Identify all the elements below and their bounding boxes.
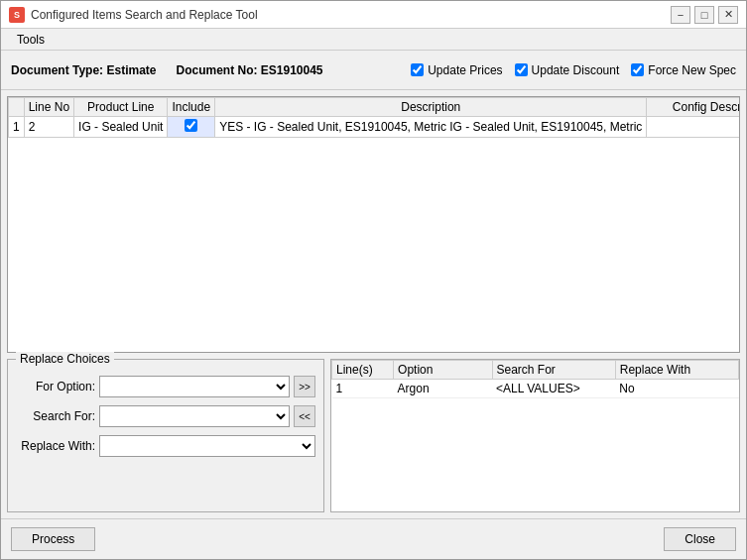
row-number: 1 — [9, 117, 25, 138]
replace-table-row[interactable]: 1Argon<ALL VALUES>No — [332, 380, 739, 398]
header-checkboxes: Update Prices Update Discount Force New … — [411, 63, 736, 77]
replace-table-body: 1Argon<ALL VALUES>No — [332, 380, 739, 398]
table-header-row: Line No Product Line Include Description… — [9, 98, 741, 117]
menu-bar: Tools — [1, 29, 746, 51]
title-bar-left: S Configured Items Search and Replace To… — [9, 7, 258, 23]
cell-include[interactable] — [168, 117, 215, 138]
include-checkbox[interactable] — [185, 119, 197, 132]
force-new-spec-checkbox[interactable] — [631, 63, 644, 76]
update-discount-item: Update Discount — [515, 63, 620, 77]
force-new-spec-label: Force New Spec — [648, 63, 736, 77]
cell-line-no: 2 — [24, 117, 73, 138]
doc-info: Document Type: Estimate Document No: ES1… — [11, 63, 401, 77]
col-configdesc: Config Description — [647, 98, 740, 117]
for-option-select[interactable] — [99, 376, 290, 397]
replace-choices-title: Replace Choices — [16, 352, 114, 366]
replace-col-search: Search For — [492, 361, 615, 380]
replace-with-label: Replace With: — [16, 439, 95, 453]
replace-choices-panel: Replace Choices For Option: >> Search Fo… — [7, 359, 324, 512]
close-button-footer[interactable]: Close — [664, 527, 736, 551]
close-button[interactable]: ✕ — [718, 6, 738, 24]
update-prices-label: Update Prices — [428, 63, 502, 77]
process-button[interactable]: Process — [11, 527, 95, 551]
col-productline: Product Line — [74, 98, 168, 117]
cell-search-for: <ALL VALUES> — [492, 380, 615, 398]
for-option-label: For Option: — [16, 380, 95, 393]
maximize-button[interactable]: □ — [694, 6, 714, 24]
search-for-select[interactable] — [99, 405, 290, 427]
replace-col-lines: Line(s) — [332, 361, 394, 380]
search-for-row: Search For: << — [16, 405, 315, 427]
replace-col-replace: Replace With — [615, 361, 738, 380]
col-lineno: Line No — [24, 98, 73, 117]
main-table-section: Line No Product Line Include Description… — [7, 96, 740, 353]
footer-bar: Process Close — [1, 518, 746, 559]
minimize-button[interactable]: − — [671, 6, 690, 24]
add-rule-button[interactable]: >> — [294, 376, 315, 397]
update-prices-item: Update Prices — [411, 63, 502, 77]
menu-tools[interactable]: Tools — [9, 31, 53, 49]
cell-lines: 1 — [332, 380, 394, 398]
replace-table-section: Line(s) Option Search For Replace With 1… — [330, 359, 740, 512]
header-bar: Document Type: Estimate Document No: ES1… — [1, 51, 746, 90]
for-option-row: For Option: >> — [16, 376, 315, 397]
update-prices-checkbox[interactable] — [411, 63, 424, 76]
update-discount-checkbox[interactable] — [515, 63, 528, 76]
col-rownum — [9, 98, 25, 117]
app-icon: S — [9, 7, 25, 23]
doc-type-label: Document Type: Estimate — [11, 63, 156, 77]
update-discount-label: Update Discount — [532, 63, 620, 77]
doc-no-label: Document No: ES1910045 — [176, 63, 322, 77]
col-description: Description — [215, 98, 647, 117]
replace-col-option: Option — [394, 361, 492, 380]
cell-replace-with: No — [615, 380, 738, 398]
cell-product-line: IG - Sealed Unit — [74, 117, 168, 138]
replace-with-select[interactable] — [99, 435, 315, 457]
search-for-label: Search For: — [16, 409, 95, 423]
bottom-section: Replace Choices For Option: >> Search Fo… — [7, 359, 740, 512]
window-title: Configured Items Search and Replace Tool — [31, 8, 258, 22]
cell-option: Argon — [394, 380, 492, 398]
main-table: Line No Product Line Include Description… — [8, 97, 740, 138]
main-table-body: 12IG - Sealed UnitYES - IG - Sealed Unit… — [9, 117, 741, 138]
replace-with-row: Replace With: — [16, 435, 315, 457]
main-content: Line No Product Line Include Description… — [1, 90, 746, 518]
replace-table-header: Line(s) Option Search For Replace With — [332, 361, 739, 380]
title-bar: S Configured Items Search and Replace To… — [1, 1, 746, 29]
col-include: Include — [168, 98, 215, 117]
replace-table: Line(s) Option Search For Replace With 1… — [331, 360, 739, 398]
cell-config-description — [647, 117, 740, 138]
table-row[interactable]: 12IG - Sealed UnitYES - IG - Sealed Unit… — [9, 117, 741, 138]
remove-rule-button[interactable]: << — [294, 405, 315, 427]
force-new-spec-item: Force New Spec — [631, 63, 736, 77]
window-controls: − □ ✕ — [671, 6, 738, 24]
cell-description: YES - IG - Sealed Unit, ES1910045, Metri… — [215, 117, 647, 138]
main-window: S Configured Items Search and Replace To… — [0, 0, 747, 560]
